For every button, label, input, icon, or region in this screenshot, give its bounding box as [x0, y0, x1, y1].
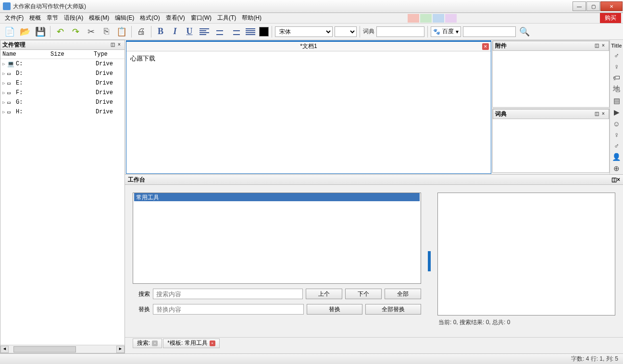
align-right-icon[interactable] [228, 25, 242, 38]
menu-format[interactable]: 格式(O) [137, 13, 162, 23]
next-button[interactable]: 下个 [345, 289, 382, 299]
chevron-down-icon: ▾ [456, 28, 459, 35]
text-color-icon[interactable] [259, 27, 269, 36]
scroll-left-icon[interactable]: ◄ [0, 346, 9, 353]
search-icon[interactable]: 🔍 [518, 25, 531, 38]
redo-icon[interactable]: ↷ [69, 25, 82, 38]
open-file-icon[interactable]: 📂 [18, 25, 32, 38]
align-justify-icon[interactable] [244, 25, 257, 38]
minimize-button[interactable]: — [573, 1, 586, 11]
location-icon[interactable]: 地 [611, 85, 622, 94]
panel-close-icon[interactable]: × [600, 43, 607, 49]
panel-popout-icon[interactable]: ◫ [611, 176, 617, 183]
paste-icon[interactable]: 📋 [115, 25, 128, 38]
theme-swatch-1[interactable] [408, 14, 419, 23]
align-left-icon[interactable] [198, 25, 211, 38]
menu-chapter[interactable]: 章节 [44, 13, 61, 23]
menu-file[interactable]: 文件(F) [2, 13, 26, 23]
left-column: 文件管理 ◫ × Name Size Type ▷💻C:Drive▷▭D:Dri… [0, 40, 125, 353]
maximize-button[interactable]: ▢ [586, 1, 600, 11]
save-icon[interactable]: 💾 [34, 25, 47, 38]
theme-swatch-3[interactable] [433, 14, 444, 23]
copy-icon[interactable]: ⎘ [100, 25, 113, 38]
mars-icon[interactable]: ♂ [611, 142, 622, 150]
menu-segment[interactable]: 语段(A) [61, 13, 86, 23]
tool-list-selected[interactable]: 常用工具 [134, 193, 420, 201]
close-icon[interactable]: × [210, 340, 215, 346]
menu-template[interactable]: 模板(M) [86, 13, 112, 23]
editor-tab[interactable]: *文档1 ✕ [126, 42, 491, 51]
dict-input[interactable] [376, 26, 424, 37]
print-icon[interactable]: 🖨 [135, 25, 148, 38]
panel-popout-icon[interactable]: ◫ [109, 42, 116, 49]
panel-close-icon[interactable]: × [600, 111, 607, 118]
col-type[interactable]: Type [92, 50, 125, 59]
file-tree-body[interactable]: ▷💻C:Drive▷▭D:Drive▷▭E:Drive▷▭F:Drive▷▭G:… [0, 59, 125, 345]
new-file-icon[interactable]: 📄 [3, 25, 16, 38]
face-icon[interactable]: ☺ [611, 120, 622, 128]
underline-icon[interactable]: U [183, 25, 196, 38]
editor-tab-close-icon[interactable]: ✕ [482, 43, 489, 50]
search-input[interactable] [153, 289, 303, 299]
dictionary-body[interactable] [493, 119, 609, 172]
undo-icon[interactable]: ↶ [53, 25, 67, 38]
col-name[interactable]: Name [0, 50, 49, 59]
person-icon[interactable]: 👤 [611, 153, 622, 161]
tool-list[interactable]: 常用工具 [133, 193, 421, 284]
align-center-icon[interactable] [213, 25, 226, 38]
splitter-handle[interactable] [428, 251, 431, 271]
bold-icon[interactable]: B [154, 25, 167, 38]
prev-button[interactable]: 上个 [306, 289, 342, 299]
web-search-input[interactable] [463, 26, 516, 37]
all-button[interactable]: 全部 [385, 289, 421, 299]
scroll-thumb[interactable] [13, 346, 76, 352]
tag-icon[interactable]: 🏷 [611, 73, 622, 82]
italic-icon[interactable]: I [169, 25, 181, 38]
menu-tools[interactable]: 工具(T) [214, 13, 239, 23]
main-area: 文件管理 ◫ × Name Size Type ▷💻C:Drive▷▭D:Dri… [0, 40, 623, 353]
menu-outline[interactable]: 梗概 [26, 13, 44, 23]
font-family-select[interactable]: 宋体 [275, 26, 333, 37]
close-button[interactable]: ✕ [600, 1, 623, 11]
bottom-tab-search[interactable]: 搜索: × [133, 339, 162, 348]
drive-row[interactable]: ▷▭G:Drive [0, 97, 125, 107]
menu-edit[interactable]: 编辑(E) [112, 13, 137, 23]
document-icon[interactable]: ▤ [611, 97, 622, 105]
replace-button[interactable]: 替换 [307, 304, 362, 315]
female-icon[interactable]: ♀ [611, 62, 622, 71]
preview-pane[interactable] [437, 193, 615, 315]
search-engine-select[interactable]: 🐾 百度 ▾ [431, 26, 461, 37]
file-tree-scrollbar[interactable]: ◄ ► [0, 345, 125, 353]
panel-popout-icon[interactable]: ◫ [593, 111, 600, 118]
menu-window[interactable]: 窗口(W) [188, 13, 214, 23]
sidebar-title-label[interactable]: Title [611, 43, 622, 49]
theme-swatch-2[interactable] [420, 14, 432, 23]
status-bar: 字数: 4 行: 1, 列: 5 [0, 353, 623, 364]
buy-button[interactable]: 购买 [600, 13, 621, 23]
attachment-body[interactable] [493, 51, 609, 107]
globe-icon[interactable]: ⊕ [611, 164, 622, 173]
col-size[interactable]: Size [49, 50, 92, 59]
drive-row[interactable]: ▷▭H:Drive [0, 107, 125, 117]
panel-close-icon[interactable]: × [617, 176, 620, 183]
panel-close-icon[interactable]: × [116, 42, 123, 49]
panel-popout-icon[interactable]: ◫ [593, 43, 600, 49]
venus-icon[interactable]: ♀ [611, 131, 622, 139]
theme-swatch-4[interactable] [445, 14, 457, 23]
close-icon[interactable]: × [152, 340, 158, 346]
cut-icon[interactable]: ✂ [84, 25, 98, 38]
menu-help[interactable]: 帮助(H) [239, 13, 264, 23]
drive-row[interactable]: ▷💻C:Drive [0, 59, 125, 69]
male-icon[interactable]: ♂ [611, 51, 622, 60]
drive-row[interactable]: ▷▭E:Drive [0, 78, 125, 88]
bottom-tab-template[interactable]: *模板: 常用工具 × [163, 339, 219, 348]
font-size-select[interactable] [335, 26, 357, 37]
replace-input[interactable] [153, 304, 304, 315]
editor-body[interactable]: 心愿下载 [126, 51, 491, 173]
play-icon[interactable]: ▶ [611, 108, 622, 117]
scroll-right-icon[interactable]: ► [116, 346, 125, 353]
menu-view[interactable]: 查看(V) [163, 13, 188, 23]
drive-row[interactable]: ▷▭F:Drive [0, 88, 125, 97]
drive-row[interactable]: ▷▭D:Drive [0, 69, 125, 78]
replace-all-button[interactable]: 全部替换 [365, 304, 421, 315]
